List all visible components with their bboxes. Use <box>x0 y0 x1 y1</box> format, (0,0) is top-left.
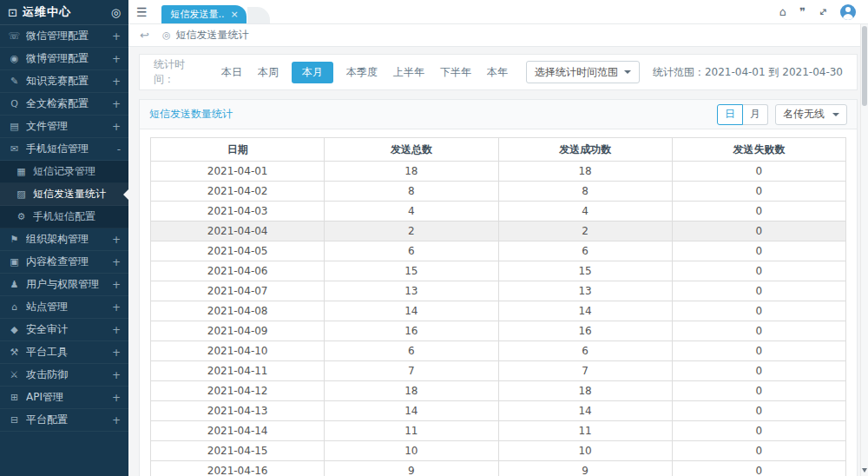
table-cell: 18 <box>325 381 498 401</box>
plus-icon: + <box>112 324 121 336</box>
sidebar-item[interactable]: ✉手机短信管理- <box>0 138 128 161</box>
filter-option[interactable]: 本周 <box>258 65 279 80</box>
table-row[interactable]: 2021-04-0713130 <box>151 281 846 301</box>
back-arrow-icon[interactable]: ↩ <box>140 29 149 42</box>
table-row[interactable]: 2021-04-0916160 <box>151 321 846 341</box>
table-row[interactable]: 2021-04-11770 <box>151 361 846 381</box>
breadcrumb-title: 短信发送量统计 <box>176 28 249 43</box>
table-row[interactable]: 2021-04-10660 <box>151 341 846 361</box>
table-row[interactable]: 2021-04-0615150 <box>151 261 846 281</box>
sidebar-item[interactable]: ▣内容检查管理+ <box>0 251 128 274</box>
app-title: 运维中心 <box>23 4 111 20</box>
column-header: 发送成功数 <box>498 138 672 162</box>
stats-panel: 短信发送数量统计 日月 名传无线 日期发送总数发送成功数发送失败数 2021-0… <box>139 99 858 476</box>
table-row[interactable]: 2021-04-1314140 <box>151 401 846 421</box>
table-cell: 0 <box>672 461 845 476</box>
sidebar-item[interactable]: Q全文检索配置+ <box>0 93 128 116</box>
scrollbar[interactable] <box>860 24 868 476</box>
sidebar-collapse-icon[interactable]: ◎ <box>111 6 121 19</box>
sidebar-item[interactable]: ◆安全审计+ <box>0 319 128 341</box>
table-row[interactable]: 2021-04-1510100 <box>151 441 846 461</box>
table-cell: 0 <box>672 241 845 261</box>
sidebar-item[interactable]: ▦短信记录管理 <box>0 161 128 183</box>
tab-ghost <box>247 7 270 23</box>
channel-select[interactable]: 名传无线 <box>775 104 847 125</box>
table-row[interactable]: 2021-04-05660 <box>151 241 846 261</box>
plus-icon: + <box>112 347 121 359</box>
table-cell: 10 <box>498 441 672 461</box>
date-range-dropdown[interactable]: 选择统计时间范围 <box>526 61 640 83</box>
table-row[interactable]: 2021-04-03440 <box>151 202 846 221</box>
table-cell: 18 <box>498 162 672 182</box>
sidebar-item[interactable]: ⚑组织架构管理+ <box>0 228 128 251</box>
table-cell: 18 <box>498 381 672 401</box>
column-header: 日期 <box>151 138 325 162</box>
gear-icon: ⚙ <box>15 211 28 222</box>
table-cell: 2021-04-13 <box>151 401 325 421</box>
day-view-button[interactable]: 日 <box>717 104 743 125</box>
scrollbar-thumb[interactable] <box>862 26 867 106</box>
filter-option[interactable]: 下半年 <box>440 65 471 80</box>
plus-icon: + <box>112 301 121 314</box>
table-cell: 18 <box>325 162 498 182</box>
sidebar-item[interactable]: ✎知识竞赛配置+ <box>0 70 128 93</box>
date-range-label: 选择统计时间范围 <box>535 65 618 80</box>
close-icon[interactable]: × <box>231 9 239 20</box>
filter-option[interactable]: 本年 <box>487 65 508 80</box>
table-cell: 13 <box>498 281 672 301</box>
table-cell: 0 <box>672 162 845 182</box>
table-row[interactable]: 2021-04-1218180 <box>151 381 846 401</box>
sidebar-toggle-icon[interactable]: ☰ <box>136 5 148 19</box>
sidebar-item-label: 文件管理 <box>26 119 108 134</box>
filter-option[interactable]: 本月 <box>292 62 333 83</box>
fulltext-search-icon: Q <box>8 98 21 109</box>
tab-sms-volume[interactable]: 短信发送量.. × <box>161 5 247 23</box>
table-cell: 2021-04-03 <box>151 202 325 221</box>
filter-option[interactable]: 本季度 <box>346 65 378 80</box>
sidebar-submenu: ▦短信记录管理▨短信发送量统计⚙手机短信配置 <box>0 161 128 228</box>
table-row[interactable]: 2021-04-0118180 <box>151 162 846 182</box>
sidebar-item[interactable]: ▤文件管理+ <box>0 116 128 138</box>
comments-icon[interactable]: ❞ <box>799 6 806 17</box>
sidebar-item[interactable]: ⚙手机短信配置 <box>0 206 128 228</box>
channel-select-value: 名传无线 <box>783 107 825 122</box>
sidebar-item-label: 内容检查管理 <box>26 255 108 269</box>
sidebar-item-label: API管理 <box>26 390 108 405</box>
sidebar-item-label: 短信发送量统计 <box>33 187 121 202</box>
sidebar-item[interactable]: ⚔攻击防御+ <box>0 364 128 387</box>
table-cell: 11 <box>325 421 498 441</box>
table-cell: 2021-04-11 <box>151 361 325 381</box>
user-avatar[interactable] <box>840 4 856 20</box>
sidebar-item-label: 平台工具 <box>26 345 108 360</box>
scroll-down-icon[interactable] <box>862 468 867 475</box>
table-cell: 16 <box>498 321 672 341</box>
sidebar-item[interactable]: ☏微信管理配置+ <box>0 25 128 48</box>
table-row[interactable]: 2021-04-16990 <box>151 461 846 476</box>
home-icon[interactable]: ⌂ <box>779 6 786 17</box>
table-row[interactable]: 2021-04-0814140 <box>151 301 846 321</box>
table-cell: 2021-04-09 <box>151 321 325 341</box>
plus-icon: + <box>112 98 121 110</box>
sidebar-item[interactable]: ⊟平台配置+ <box>0 409 128 432</box>
filter-label: 统计时间： <box>154 57 205 87</box>
table-cell: 0 <box>672 341 845 361</box>
expand-fullscreen-icon[interactable]: ↕ <box>816 5 830 19</box>
sidebar-item[interactable]: ♟用户与权限管理+ <box>0 274 128 296</box>
table-wrap: 日期发送总数发送成功数发送失败数 2021-04-01181802021-04-… <box>140 129 857 476</box>
sidebar-item[interactable]: ⊞API管理+ <box>0 387 128 409</box>
filter-option[interactable]: 上半年 <box>393 65 424 80</box>
table-cell: 7 <box>498 361 672 381</box>
sidebar-item[interactable]: ⌂站点管理+ <box>0 296 128 319</box>
month-view-button[interactable]: 月 <box>743 104 768 125</box>
sidebar-item-label: 平台配置 <box>26 413 108 427</box>
table-cell: 2021-04-05 <box>151 241 325 261</box>
table-row[interactable]: 2021-04-04220 <box>151 221 846 241</box>
sidebar-item[interactable]: ⚒平台工具+ <box>0 341 128 364</box>
filter-option[interactable]: 本日 <box>221 65 242 80</box>
table-row[interactable]: 2021-04-02880 <box>151 182 846 202</box>
sidebar-item[interactable]: ▨短信发送量统计 <box>0 183 128 206</box>
table-row[interactable]: 2021-04-1411110 <box>151 421 846 441</box>
plus-icon: + <box>112 256 121 268</box>
table-cell: 14 <box>325 401 498 421</box>
sidebar-item[interactable]: ◉微博管理配置+ <box>0 48 128 70</box>
